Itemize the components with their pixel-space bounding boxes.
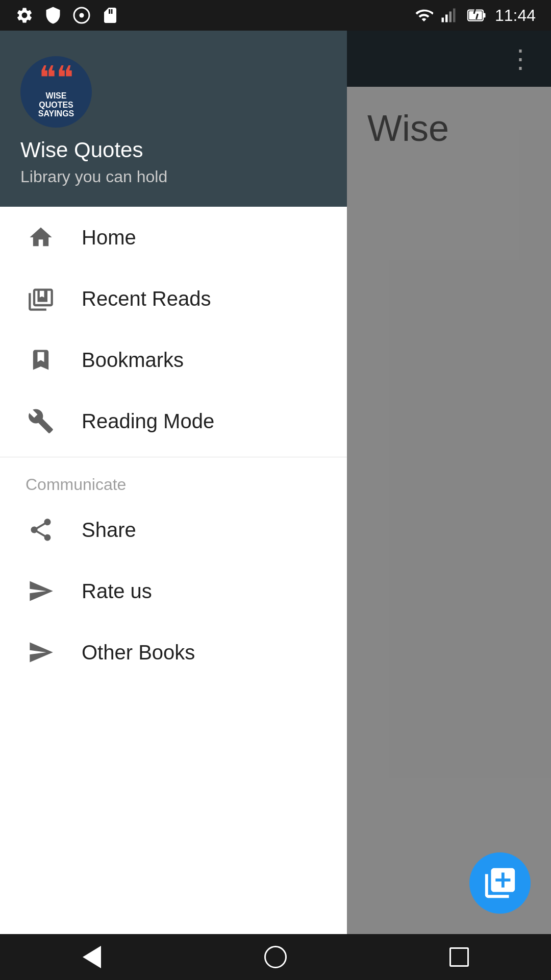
sdcard-icon: [101, 6, 119, 24]
home-label: Home: [82, 226, 136, 249]
media-icon: [72, 6, 91, 24]
svg-point-1: [80, 13, 84, 18]
navigation-bar: [0, 934, 551, 980]
status-time: 11:44: [495, 6, 536, 25]
reading-mode-icon: [26, 406, 56, 436]
status-right-icons: 11:44: [415, 6, 536, 25]
svg-rect-3: [445, 15, 448, 22]
svg-rect-8: [469, 11, 482, 20]
app-title: Wise Quotes: [20, 138, 327, 162]
menu-item-reading-mode[interactable]: Reading Mode: [0, 390, 347, 452]
svg-rect-7: [483, 13, 486, 18]
navigation-drawer: ❝❝ WISEQUOTESSAYINGS Wise Quotes Library…: [0, 31, 347, 934]
reading-mode-label: Reading Mode: [82, 410, 214, 433]
other-books-icon: [26, 637, 56, 668]
shield-icon: [44, 6, 62, 24]
fab-library-icon: [482, 865, 518, 901]
home-circle-icon: [264, 946, 287, 968]
settings-icon: [15, 6, 34, 24]
bookmark-icon: [26, 345, 56, 375]
menu-item-bookmarks[interactable]: Bookmarks: [0, 329, 347, 390]
menu-item-share[interactable]: Share: [0, 499, 347, 560]
rate-us-label: Rate us: [82, 580, 152, 603]
signal-icon: [441, 6, 459, 24]
recent-reads-label: Recent Reads: [82, 287, 211, 310]
recent-reads-icon: [26, 283, 56, 314]
fab-button[interactable]: [469, 852, 531, 914]
app-logo: ❝❝ WISEQUOTESSAYINGS: [20, 56, 92, 128]
menu-divider: [0, 457, 347, 457]
status-left-icons: [15, 6, 119, 24]
home-icon: [26, 222, 56, 253]
nav-home-button[interactable]: [245, 939, 306, 975]
status-bar: 11:44: [0, 0, 551, 31]
nav-recent-button[interactable]: [429, 939, 490, 975]
bookmarks-label: Bookmarks: [82, 349, 184, 372]
menu-item-recent-reads[interactable]: Recent Reads: [0, 268, 347, 329]
communicate-section-title: Communicate: [0, 462, 347, 499]
back-arrow-icon: [83, 946, 101, 968]
drawer-overlay[interactable]: [347, 31, 551, 934]
share-label: Share: [82, 519, 136, 542]
svg-rect-4: [449, 12, 452, 22]
svg-rect-5: [453, 9, 456, 22]
drawer-menu: Home Recent Reads Bookmarks Reading Mode…: [0, 207, 347, 934]
app-subtitle: Library you can hold: [20, 167, 327, 186]
other-books-label: Other Books: [82, 641, 195, 664]
wifi-icon: [415, 6, 433, 24]
nav-back-button[interactable]: [61, 939, 122, 975]
menu-item-other-books[interactable]: Other Books: [0, 622, 347, 683]
menu-item-rate-us[interactable]: Rate us: [0, 560, 347, 622]
logo-quotes-icon: ❝❝: [38, 65, 74, 91]
share-icon: [26, 514, 56, 545]
recent-square-icon: [449, 947, 469, 967]
menu-item-home[interactable]: Home: [0, 207, 347, 268]
svg-rect-2: [441, 18, 444, 22]
rate-us-icon: [26, 576, 56, 606]
battery-icon: [467, 6, 487, 24]
drawer-header: ❝❝ WISEQUOTESSAYINGS Wise Quotes Library…: [0, 31, 347, 207]
